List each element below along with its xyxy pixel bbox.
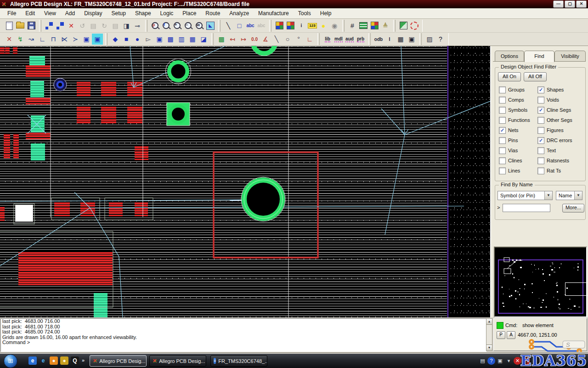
dim-chain-icon[interactable]: ↦	[238, 34, 249, 45]
checkbox-functions[interactable]: Functions	[499, 115, 530, 125]
maximize-button[interactable]: ▢	[565, 0, 575, 8]
vertex-icon[interactable]: ≻	[70, 34, 81, 45]
save-drawing-icon[interactable]	[26, 20, 37, 31]
console-scrollbar[interactable]: ▲ ▼	[486, 318, 492, 351]
tab-visibility[interactable]: Visibility	[554, 51, 586, 61]
pour-manager-icon[interactable]: ▩	[216, 34, 227, 45]
taskbar-button-1[interactable]: ✕Allegro PCB Desig...	[90, 355, 147, 367]
leader-line-icon[interactable]: ╲	[271, 34, 282, 45]
find-mode-select[interactable]: Name ▼	[556, 191, 582, 200]
new-drawing-icon[interactable]	[4, 20, 15, 31]
drc-update-icon[interactable]	[409, 20, 420, 31]
menu-tools[interactable]: Tools	[294, 9, 316, 18]
zoom-previous-icon[interactable]: ◣	[205, 20, 216, 31]
zoom-world-icon[interactable]: w	[194, 20, 205, 31]
shadow-mode-icon[interactable]	[398, 20, 409, 31]
drill-legend-icon[interactable]: I	[384, 34, 395, 45]
checkbox-ratsnests[interactable]: Ratsnests	[537, 156, 569, 165]
ie-security-icon[interactable]: e	[28, 356, 37, 365]
drill-table-icon[interactable]: ▦	[395, 34, 406, 45]
checkbox-nets[interactable]: ✓Nets	[499, 126, 519, 135]
find-type-select[interactable]: Symbol (or Pin) ▼	[498, 191, 553, 200]
unrats-all-icon[interactable]: ✕	[66, 20, 77, 31]
zoom-fit-icon[interactable]: f	[161, 20, 172, 31]
checkbox-other-segs[interactable]: Other Segs	[537, 115, 572, 125]
help-icon[interactable]: ?	[435, 34, 446, 45]
menu-help[interactable]: Help	[316, 9, 336, 18]
export-odb-icon[interactable]: odb	[373, 34, 384, 45]
checkbox-rat-ts[interactable]: Rat Ts	[537, 166, 561, 175]
select-shape-icon[interactable]: ▻	[143, 34, 154, 45]
tab-options[interactable]: Options	[495, 51, 524, 61]
help-icon[interactable]: ?	[487, 357, 495, 365]
element-info-icon[interactable]: i	[296, 20, 307, 31]
copy-route-icon[interactable]: ▣	[81, 34, 92, 45]
assign-color-icon[interactable]: ◉	[329, 20, 340, 31]
menu-manufacture[interactable]: Manufacture	[254, 9, 294, 18]
internet-explorer-icon[interactable]: e	[39, 356, 47, 365]
menu-place[interactable]: Place	[178, 9, 201, 18]
artwork-icon[interactable]: ▣	[406, 34, 417, 45]
media-player-icon[interactable]: ●	[50, 356, 58, 365]
checkbox-drc-errors[interactable]: ✓DRC errors	[537, 136, 572, 145]
zoom-in-icon[interactable]: +	[172, 20, 183, 31]
checkbox-symbols[interactable]: Symbols	[499, 105, 527, 115]
void-circle-icon[interactable]: ▦	[187, 34, 198, 45]
command-console[interactable]: last pick: 4683.00 716.00last pick: 4681…	[0, 318, 486, 352]
shape-polygon-icon[interactable]: ◆	[110, 34, 121, 45]
zoom-points-icon[interactable]: p	[150, 20, 161, 31]
taskbar-button-2[interactable]: ✕Allegro PCB Desig...	[149, 355, 206, 367]
checkbox-groups[interactable]: Groups	[499, 85, 525, 94]
menu-setup[interactable]: Setup	[107, 9, 130, 18]
keyboard-icon[interactable]: ▤	[479, 357, 486, 365]
menu-file[interactable]: File	[3, 9, 21, 18]
restore-window-icon[interactable]: ▣	[496, 357, 504, 365]
add-line-icon[interactable]: ╲	[223, 20, 234, 31]
checkbox-pins[interactable]: Pins	[499, 136, 518, 145]
color-dialog-icon[interactable]	[369, 20, 380, 31]
minimap-view-window[interactable]	[565, 282, 588, 296]
export-aud-icon[interactable]: aud	[344, 34, 355, 45]
checkbox-lines[interactable]: Lines	[499, 166, 520, 175]
close-button[interactable]: ✕	[576, 0, 587, 8]
open-drawing-icon[interactable]	[15, 20, 26, 31]
menu-shape[interactable]: Shape	[130, 9, 156, 18]
pcb-canvas[interactable]	[0, 46, 490, 317]
highlight-icon[interactable]: ●	[318, 20, 329, 31]
dim-origin-icon[interactable]: 0.0	[249, 34, 260, 45]
checkbox-clines[interactable]: Clines	[499, 156, 522, 165]
minimize-button[interactable]: —	[553, 0, 564, 8]
add-rect-icon[interactable]: □	[234, 20, 245, 31]
add-text-icon[interactable]: abc	[245, 20, 256, 31]
menu-route[interactable]: Route	[201, 9, 225, 18]
export-prb-icon[interactable]: prb	[355, 34, 366, 45]
all-off-button[interactable]: All Off	[524, 72, 547, 81]
layer-visibility-icon[interactable]	[358, 20, 369, 31]
void-polygon-icon[interactable]: ▩	[165, 34, 176, 45]
measure-icon[interactable]: 123	[307, 20, 318, 31]
start-button[interactable]: ⊞	[4, 354, 17, 368]
route-edit-icon[interactable]: ↯	[15, 34, 26, 45]
thunder-icon[interactable]: ●	[60, 356, 68, 365]
delay-tune-icon[interactable]: ⊓	[48, 34, 59, 45]
highlight-route-icon[interactable]: ▣	[92, 34, 103, 45]
checkbox-vias[interactable]: Vias	[499, 146, 518, 155]
more-button[interactable]: More...	[562, 204, 584, 213]
menu-edit[interactable]: Edit	[21, 9, 40, 18]
menu-add[interactable]: Add	[61, 9, 79, 18]
menu-display[interactable]: Display	[79, 9, 107, 18]
shape-edit-icon[interactable]: ▣	[154, 34, 165, 45]
pin-icon[interactable]: ⊸	[132, 20, 143, 31]
dim-perpendicular-icon[interactable]: ∟	[304, 34, 315, 45]
dim-linear-icon[interactable]: ↤	[227, 34, 238, 45]
dim-diameter-icon[interactable]: ○	[282, 34, 293, 45]
quick-launch-chevron[interactable]: »	[82, 357, 85, 363]
export-mdl-icon[interactable]: mdl	[333, 34, 344, 45]
qq-icon[interactable]: Q	[71, 356, 79, 365]
shape-circle-icon[interactable]: ●	[132, 34, 143, 45]
shape-merge-icon[interactable]: ◪	[198, 34, 209, 45]
taskbar-button-3[interactable]: ≡FR_TMS320C6748_...	[210, 355, 267, 367]
find-name-input[interactable]	[503, 204, 550, 212]
plot-preview-icon[interactable]: ▨	[424, 34, 435, 45]
rats-components-icon[interactable]	[55, 20, 66, 31]
